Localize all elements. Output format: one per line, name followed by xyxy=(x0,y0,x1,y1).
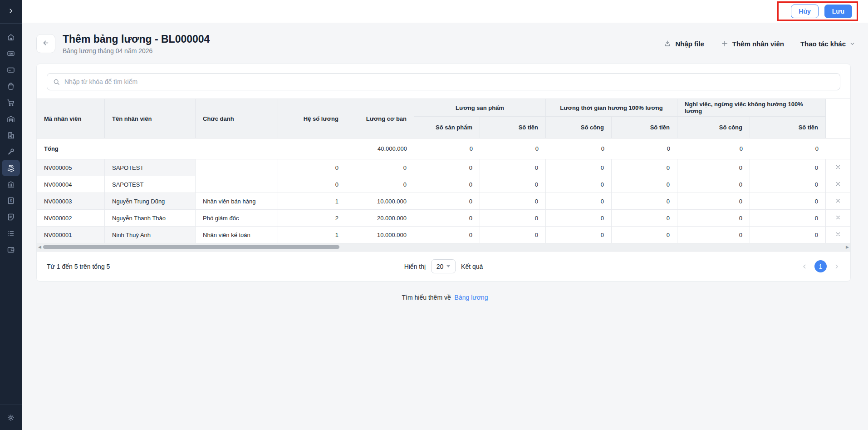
sidebar-item-pos[interactable] xyxy=(2,45,20,62)
cell-time-amount[interactable]: 0 xyxy=(612,210,677,226)
cell-leave-amount[interactable]: 0 xyxy=(750,227,826,243)
sidebar-item-bank[interactable] xyxy=(2,176,20,193)
import-file-label: Nhập file xyxy=(675,40,704,48)
cell-time-amount[interactable]: 0 xyxy=(612,227,677,243)
back-button[interactable] xyxy=(36,34,55,53)
add-employee-label: Thêm nhân viên xyxy=(732,40,784,48)
page-size-select[interactable]: 20 xyxy=(431,259,456,273)
sidebar-item-invoices[interactable] xyxy=(2,209,20,225)
cell-product-qty[interactable]: 0 xyxy=(414,176,480,193)
cell-position[interactable] xyxy=(196,159,278,176)
add-employee-button[interactable]: Thêm nhân viên xyxy=(721,40,784,48)
total-time-amount: 0 xyxy=(612,138,677,159)
cell-product-qty[interactable]: 0 xyxy=(414,227,480,243)
search-input[interactable] xyxy=(64,78,834,85)
cell-base-salary[interactable]: 0 xyxy=(346,176,414,193)
cell-product-qty[interactable]: 0 xyxy=(414,210,480,226)
cell-product-amount[interactable]: 0 xyxy=(480,193,546,209)
cell-product-amount[interactable]: 0 xyxy=(480,227,546,243)
cell-coefficient[interactable]: 1 xyxy=(278,193,346,209)
cell-coefficient[interactable]: 2 xyxy=(278,210,346,226)
page-title: Thêm bảng lương - BL000004 xyxy=(63,33,210,46)
import-file-button[interactable]: Nhập file xyxy=(663,40,704,48)
cell-base-salary[interactable]: 0 xyxy=(346,159,414,176)
cell-leave-amount[interactable]: 0 xyxy=(750,210,826,226)
cell-leave-workdays[interactable]: 0 xyxy=(677,176,750,193)
cell-time-workdays[interactable]: 0 xyxy=(546,210,612,226)
more-actions-label: Thao tác khác xyxy=(800,40,846,48)
cell-leave-workdays[interactable]: 0 xyxy=(677,210,750,226)
horizontal-scrollbar[interactable]: ◀ ▶ xyxy=(37,243,850,251)
cell-time-workdays[interactable]: 0 xyxy=(546,227,612,243)
cell-leave-amount[interactable]: 0 xyxy=(750,159,826,176)
page-header: Thêm bảng lương - BL000004 Bảng lương th… xyxy=(36,30,855,58)
sidebar-item-payments[interactable] xyxy=(2,62,20,78)
remove-row-button[interactable] xyxy=(826,210,850,226)
cell-product-qty[interactable]: 0 xyxy=(414,193,480,209)
payroll-help-link[interactable]: Bảng lương xyxy=(455,294,488,301)
cell-leave-amount[interactable]: 0 xyxy=(750,176,826,193)
cell-product-amount[interactable]: 0 xyxy=(480,210,546,226)
scroll-left-arrow-icon[interactable]: ◀ xyxy=(38,244,41,250)
cell-time-workdays[interactable]: 0 xyxy=(546,193,612,209)
cell-position[interactable] xyxy=(196,176,278,193)
pagination-bar: Từ 1 đến 5 trên tổng 5 Hiển thị 20 Kết q… xyxy=(37,251,850,281)
current-page-button[interactable]: 1 xyxy=(814,260,827,272)
cell-coefficient[interactable]: 0 xyxy=(278,159,346,176)
cell-position[interactable]: Nhân viên kế toán xyxy=(196,227,278,243)
sidebar-expand-button[interactable] xyxy=(7,7,15,16)
sidebar-item-wallet[interactable] xyxy=(2,242,20,258)
next-page-button[interactable] xyxy=(833,263,840,270)
remove-row-button[interactable] xyxy=(826,227,850,243)
subcol-leave-amount: Số tiền xyxy=(750,117,826,138)
document-icon xyxy=(6,213,15,222)
cell-position[interactable]: Nhân viên bán hàng xyxy=(196,193,278,209)
cell-position[interactable]: Phó giám đốc xyxy=(196,210,278,226)
remove-row-button[interactable] xyxy=(826,159,850,176)
cell-leave-workdays[interactable]: 0 xyxy=(677,159,750,176)
cell-leave-workdays[interactable]: 0 xyxy=(677,193,750,209)
cell-time-workdays[interactable]: 0 xyxy=(546,159,612,176)
sidebar-item-inventory[interactable] xyxy=(2,111,20,127)
cell-coefficient[interactable]: 0 xyxy=(278,176,346,193)
cancel-button[interactable]: Hủy xyxy=(791,5,818,18)
cell-base-salary[interactable]: 10.000.000 xyxy=(346,227,414,243)
cell-time-amount[interactable]: 0 xyxy=(612,176,677,193)
sidebar-item-cashbook[interactable]: $ xyxy=(2,193,20,209)
prev-page-button[interactable] xyxy=(801,263,808,270)
cell-product-amount[interactable]: 0 xyxy=(480,159,546,176)
sidebar: $ xyxy=(0,0,22,430)
sidebar-item-products[interactable] xyxy=(2,78,20,94)
more-actions-button[interactable]: Thao tác khác xyxy=(800,40,855,48)
sidebar-item-reports[interactable] xyxy=(2,225,20,242)
sidebar-item-orders[interactable] xyxy=(2,94,20,111)
total-time-workdays: 0 xyxy=(546,138,612,159)
cell-time-amount[interactable]: 0 xyxy=(612,193,677,209)
sidebar-item-home[interactable] xyxy=(2,29,20,45)
scroll-right-arrow-icon[interactable]: ▶ xyxy=(846,244,849,250)
table-row: NV000003Nguyễn Trung DũngNhân viên bán h… xyxy=(37,193,850,210)
remove-row-button[interactable] xyxy=(826,176,850,193)
sidebar-item-payroll[interactable] xyxy=(2,160,20,176)
save-button[interactable]: Lưu xyxy=(824,5,852,18)
sidebar-item-services[interactable] xyxy=(2,143,20,160)
cell-time-amount[interactable]: 0 xyxy=(612,159,677,176)
sidebar-item-company[interactable] xyxy=(2,127,20,143)
scrollbar-thumb[interactable] xyxy=(43,245,339,249)
cash-book-icon: $ xyxy=(6,196,15,205)
sidebar-item-settings[interactable] xyxy=(2,410,20,426)
cell-base-salary[interactable]: 10.000.000 xyxy=(346,193,414,209)
cell-product-qty[interactable]: 0 xyxy=(414,159,480,176)
cell-base-salary[interactable]: 20.000.000 xyxy=(346,210,414,226)
close-icon xyxy=(835,214,841,222)
cell-coefficient[interactable]: 1 xyxy=(278,227,346,243)
group-header-leave-salary: Nghỉ việc, ngừng việc không hưởng 100% l… xyxy=(677,99,826,117)
cell-time-workdays[interactable]: 0 xyxy=(546,176,612,193)
remove-row-button[interactable] xyxy=(826,193,850,209)
total-label: Tổng xyxy=(37,138,105,159)
cell-leave-workdays[interactable]: 0 xyxy=(677,227,750,243)
cell-name: Nguyễn Thanh Thảo xyxy=(105,210,196,226)
home-icon xyxy=(6,33,15,42)
cell-leave-amount[interactable]: 0 xyxy=(750,193,826,209)
cell-product-amount[interactable]: 0 xyxy=(480,176,546,193)
